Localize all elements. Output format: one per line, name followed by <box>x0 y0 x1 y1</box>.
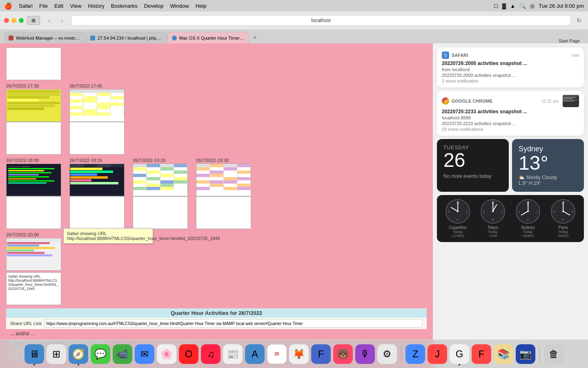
ss-cell-y <box>97 93 111 96</box>
tooltip-text: Safari showing URL http://localhost:8888… <box>67 231 220 241</box>
ts-body <box>7 242 61 270</box>
sc-p <box>224 180 237 184</box>
chrome-notification[interactable]: G GOOGLE CHROME 11:31 am 20220725:2233 a… <box>437 91 584 136</box>
dock-dot <box>459 364 460 366</box>
menu-file[interactable]: File <box>39 3 48 9</box>
sc-p <box>237 164 251 167</box>
bookmark-btn[interactable]: Start Page <box>559 38 584 43</box>
dock-calendar[interactable]: 26 <box>267 344 287 364</box>
menu-window[interactable]: Window <box>170 3 189 9</box>
dock-facetime[interactable]: 📹 <box>113 344 132 364</box>
search-icon[interactable]: 🔍 <box>519 3 526 9</box>
clock-face-sydney: 12 6 9 3 <box>516 199 540 224</box>
menu-view[interactable]: View <box>70 3 81 9</box>
sc-y <box>160 187 174 190</box>
forward-button[interactable]: › <box>56 16 68 25</box>
ss-row <box>133 180 187 184</box>
ss-cell <box>83 90 97 93</box>
clock-cupertino: 12 6 9 3 Cupertino Today -17HRS <box>445 199 470 238</box>
thumb-line <box>7 93 60 96</box>
ss-cell-y <box>97 103 111 106</box>
back-button[interactable]: ‹ <box>43 16 55 25</box>
clock-tokyo: 12 6 9 3 Tokyo Today -1HR <box>481 199 505 238</box>
dock-safari[interactable]: 🧭 <box>69 344 88 364</box>
menu-history[interactable]: History <box>88 3 104 9</box>
ss-cell <box>70 96 83 99</box>
menu-develop[interactable]: Develop <box>144 3 164 9</box>
dock-finder[interactable]: 🖥 <box>24 344 44 364</box>
dock-trash[interactable]: 🗑 <box>544 344 564 364</box>
safari-notif-time: now <box>572 53 579 58</box>
ss-cell <box>70 103 83 106</box>
dock-photos[interactable]: 🌸 <box>157 344 176 364</box>
safari-notification[interactable]: S SAFARI now 20220726:2000 activities sn… <box>437 47 584 88</box>
dock-opera[interactable]: O <box>179 344 198 364</box>
menu-safari[interactable]: Safari <box>19 3 33 9</box>
tab-icon-webhost <box>9 36 13 40</box>
dock-jetbrains[interactable]: J <box>428 344 447 364</box>
dock-news[interactable]: 📰 <box>223 344 243 364</box>
dock-music[interactable]: ♫ <box>201 344 220 364</box>
siri-icon[interactable]: ◎ <box>530 3 535 9</box>
tab-icon-phpmyadmin <box>90 36 95 40</box>
ss-dark-row <box>70 171 113 173</box>
minimize-button[interactable] <box>11 18 16 23</box>
dock-appstore[interactable]: A <box>245 344 265 364</box>
dh-bar <box>9 166 21 167</box>
dock-firefox[interactable]: 🦊 <box>289 344 309 364</box>
opera-icon: O <box>185 348 193 360</box>
maximize-button[interactable] <box>19 18 24 23</box>
sc <box>147 167 160 171</box>
tab-webhost[interactable]: WebHost Manager – vs-rmetcalfe <box>4 32 86 43</box>
extra-icon: F <box>479 348 485 360</box>
ss-dark-row <box>70 182 118 184</box>
dock-bear[interactable]: 🐻 <box>333 344 353 364</box>
dock-ibooks[interactable]: 📚 <box>494 344 513 364</box>
dock-messages[interactable]: 💬 <box>91 344 110 364</box>
close-button[interactable] <box>4 18 9 23</box>
weather-condition: ⛅ Mostly Cloudy <box>519 175 577 180</box>
thumb-1815 <box>69 164 125 196</box>
clock-sydney: 12 6 9 3 Sydney Today +0HRS <box>516 199 540 238</box>
ibooks-icon: 📚 <box>497 348 510 360</box>
reload-button[interactable]: ↻ <box>574 16 584 25</box>
menu-help[interactable]: Help <box>196 3 207 9</box>
menu-bookmarks[interactable]: Bookmarks <box>111 3 138 9</box>
weather-condition-text: Mostly Cloudy <box>526 175 557 180</box>
share-url-input[interactable] <box>44 319 423 328</box>
sidebar-toggle[interactable]: ⊞ <box>27 16 40 25</box>
ss-row-h <box>196 164 251 167</box>
page-title-bar: Quarter Hour Activities for 26/7/2022 <box>6 308 427 318</box>
clock-city-tokyo: Tokyo <box>488 225 498 230</box>
dock-podcasts[interactable]: 🎙 <box>355 344 375 364</box>
label-1815: 26/7/2022-18:15 <box>69 158 102 163</box>
new-tab-button[interactable]: + <box>249 32 261 43</box>
dock-mail[interactable]: ✉ <box>135 344 154 364</box>
address-bar[interactable]: localhost <box>71 15 571 26</box>
menu-edit[interactable]: Edit <box>54 3 63 9</box>
screenshot-textarea[interactable] <box>6 272 61 305</box>
dock-preferences[interactable]: ⚙ <box>377 344 397 364</box>
calendar-events: No more events today <box>443 173 502 179</box>
apple-menu[interactable]: 🍎 <box>4 2 12 10</box>
ss-cell <box>83 103 97 106</box>
dock-extra[interactable]: F <box>472 344 491 364</box>
dock-zoom[interactable]: Z <box>405 344 425 364</box>
sc-o <box>196 180 210 184</box>
dock-screenium[interactable]: 📷 <box>516 344 535 364</box>
sc-b <box>133 174 147 177</box>
ss-dark-row <box>70 168 102 170</box>
dock-chrome[interactable]: G <box>450 344 469 364</box>
ts-line <box>7 254 52 256</box>
tab-quarter-timer[interactable]: Mac OS X Quarter Hour Timer via This S..… <box>167 32 249 43</box>
sc <box>196 164 210 167</box>
sc-b <box>147 164 160 167</box>
dock-filezilla[interactable]: F <box>311 344 331 364</box>
ss-row <box>70 103 124 106</box>
ss-dark-col <box>111 164 125 167</box>
sc <box>237 174 251 177</box>
sc-p <box>196 187 210 190</box>
tab-phpmyadmin[interactable]: 27.54.94.234 / localhost | phpMyAdmin 4.… <box>86 32 167 43</box>
ts-line <box>7 252 45 254</box>
dock-launchpad[interactable]: ⊞ <box>47 344 66 364</box>
